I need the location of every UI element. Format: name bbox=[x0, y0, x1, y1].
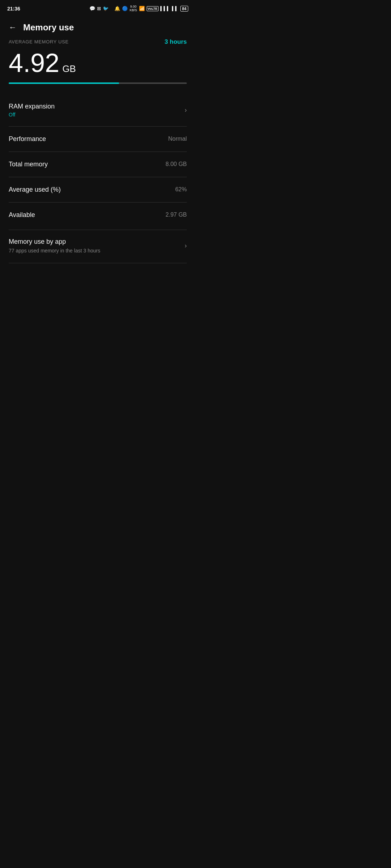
divider-bottom bbox=[9, 263, 187, 263]
average-used-title: Average used (%) bbox=[9, 186, 61, 193]
divider-1 bbox=[9, 126, 187, 127]
divider-2 bbox=[9, 152, 187, 152]
performance-item: Performance Normal bbox=[9, 128, 187, 150]
ram-expansion-chevron: › bbox=[185, 106, 187, 114]
performance-value: Normal bbox=[168, 136, 187, 142]
ram-expansion-left: RAM expansion Off bbox=[9, 103, 55, 118]
average-used-item: Average used (%) 62% bbox=[9, 179, 187, 201]
back-button[interactable]: ← bbox=[9, 23, 17, 32]
average-label: AVERAGE MEMORY USE bbox=[9, 39, 69, 44]
memory-unit: GB bbox=[62, 63, 76, 75]
message-icon: ⊠ bbox=[97, 6, 101, 11]
status-bar: 21:36 💬 ⊠ 🐦 🔔 🔵 9.00KB/S 📶 VoLTE ▍▍▍ ▍▍ … bbox=[0, 0, 196, 15]
available-item: Available 2.97 GB bbox=[9, 204, 187, 226]
whatsapp-icon: 💬 bbox=[89, 6, 95, 11]
bluetooth-icon: 🔵 bbox=[122, 6, 128, 11]
average-used-left: Average used (%) bbox=[9, 186, 61, 193]
performance-left: Performance bbox=[9, 135, 46, 143]
memory-by-app-right: › bbox=[185, 242, 187, 250]
status-icons: 💬 ⊠ 🐦 🔔 🔵 9.00KB/S 📶 VoLTE ▍▍▍ ▍▍ 84 bbox=[89, 5, 188, 12]
memory-progress-bar bbox=[9, 82, 187, 84]
memory-progress-fill bbox=[9, 82, 119, 84]
bird-icon: 🐦 bbox=[103, 6, 109, 11]
memory-number: 4.92 bbox=[9, 50, 59, 76]
memory-by-app-chevron: › bbox=[185, 242, 187, 250]
performance-title: Performance bbox=[9, 135, 46, 143]
memory-by-app-desc: 77 apps used memory in the last 3 hours bbox=[9, 248, 100, 254]
total-memory-item: Total memory 8.00 GB bbox=[9, 153, 187, 175]
divider-3 bbox=[9, 177, 187, 177]
battery-icon: 84 bbox=[180, 6, 188, 12]
memory-by-app-title: Memory use by app bbox=[9, 238, 100, 246]
ram-expansion-item[interactable]: RAM expansion Off › bbox=[9, 95, 187, 125]
main-content: AVERAGE MEMORY USE 3 hours 4.92 GB RAM e… bbox=[0, 38, 196, 263]
available-title: Available bbox=[9, 211, 35, 219]
speed-label: 9.00KB/S bbox=[130, 5, 137, 12]
total-memory-right: 8.00 GB bbox=[165, 161, 187, 167]
ram-expansion-title: RAM expansion bbox=[9, 103, 55, 110]
volte-icon: VoLTE bbox=[147, 6, 159, 11]
ram-expansion-subtitle: Off bbox=[9, 112, 55, 118]
wifi-icon: 📶 bbox=[139, 6, 145, 11]
available-value: 2.97 GB bbox=[165, 212, 187, 218]
memory-by-app-item[interactable]: Memory use by app 77 apps used memory in… bbox=[9, 230, 187, 261]
header: ← Memory use bbox=[0, 15, 196, 38]
signal2-icon: ▍▍ bbox=[172, 6, 178, 11]
menu-section: RAM expansion Off › Performance Normal T… bbox=[9, 95, 187, 226]
available-right: 2.97 GB bbox=[165, 212, 187, 218]
memory-by-app-left: Memory use by app 77 apps used memory in… bbox=[9, 238, 100, 254]
performance-right: Normal bbox=[168, 136, 187, 142]
time-filter-button[interactable]: 3 hours bbox=[165, 38, 187, 46]
total-memory-title: Total memory bbox=[9, 161, 48, 168]
average-used-value: 62% bbox=[175, 186, 187, 193]
available-left: Available bbox=[9, 211, 35, 219]
status-time: 21:36 bbox=[7, 6, 20, 12]
total-memory-left: Total memory bbox=[9, 161, 48, 168]
memory-value-display: 4.92 GB bbox=[9, 50, 187, 76]
total-memory-value: 8.00 GB bbox=[165, 161, 187, 167]
divider-4 bbox=[9, 202, 187, 203]
bell-icon: 🔔 bbox=[114, 6, 120, 11]
signal1-icon: ▍▍▍ bbox=[160, 6, 170, 11]
ram-expansion-right: › bbox=[185, 106, 187, 114]
average-used-right: 62% bbox=[175, 186, 187, 193]
page-title: Memory use bbox=[23, 22, 74, 33]
average-section-header: AVERAGE MEMORY USE 3 hours bbox=[9, 38, 187, 46]
